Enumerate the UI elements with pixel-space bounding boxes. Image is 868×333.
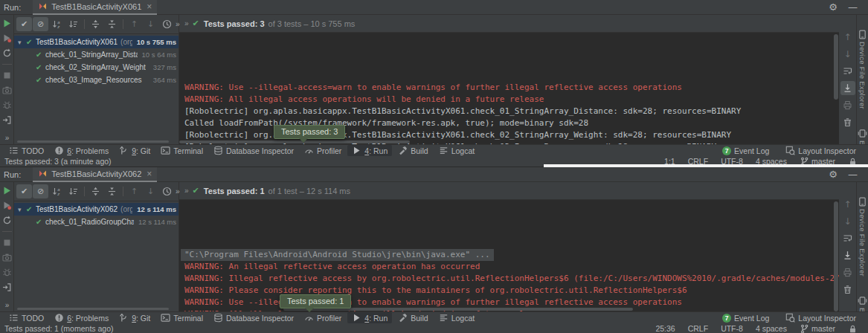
toolwindow-button-profiler[interactable]: Profiler — [300, 145, 346, 156]
test-tree-row[interactable]: ✔check_01_StringArray_Distance10 s 64 ms — [14, 48, 179, 61]
screenshot-button[interactable] — [2, 85, 12, 95]
collapse-all-button[interactable] — [104, 17, 120, 31]
toolwindow-button-logcat[interactable]: Logcat — [434, 145, 480, 156]
scroll-down-button[interactable]: ↓ — [840, 214, 855, 228]
rerun-failed-tests-button[interactable] — [2, 33, 12, 43]
tree-horizontal-scrollbar[interactable] — [17, 308, 169, 310]
toolwindow-button-git[interactable]: 9: Git — [115, 312, 155, 323]
more-toolbar-icon[interactable]: » — [176, 20, 179, 28]
status-segment-utf-8[interactable]: UTF-8 — [721, 324, 743, 333]
jump-to-source-button[interactable] — [2, 115, 12, 125]
print-button[interactable] — [840, 98, 855, 112]
stop-button[interactable] — [2, 238, 12, 248]
test-history-button[interactable] — [159, 17, 175, 31]
chevrons-icon[interactable]: » — [184, 19, 188, 28]
test-tree-root-row[interactable]: ▾✔TestB1BasicActivityX061(org.aplas.t10 … — [14, 36, 179, 48]
toolwindow-button-todo[interactable]: TODO — [4, 312, 48, 323]
test-tree-row[interactable]: ✔check_01_RadioGroupChange12 s 114 ms — [14, 216, 179, 228]
more-toolbar-icon[interactable]: » — [176, 187, 179, 195]
toolwindow-button-build[interactable]: Build — [393, 145, 432, 156]
toggle-auto-test-button[interactable] — [2, 216, 12, 225]
toolwindow-button-build[interactable]: Build — [393, 312, 432, 323]
profile-tests-button[interactable] — [2, 268, 12, 277]
sort-by-duration-button[interactable] — [65, 184, 81, 198]
collapse-all-button[interactable] — [104, 184, 120, 198]
settings-gear-icon[interactable]: ⚙ — [829, 169, 838, 180]
toolwindow-button-database-inspector[interactable]: Database Inspector — [209, 145, 298, 156]
rerun-tests-button[interactable] — [2, 186, 12, 195]
sort-by-duration-button[interactable] — [65, 17, 81, 31]
clear-all-button[interactable] — [840, 115, 855, 129]
stop-button[interactable] — [2, 71, 12, 80]
toolwindow-button-git[interactable]: 9: Git — [115, 145, 155, 156]
stripe-button-device-file-explorer[interactable]: Device File Explorer — [858, 30, 867, 109]
clear-all-button[interactable] — [840, 282, 855, 297]
sort-alphabetically-button[interactable]: az — [49, 184, 65, 198]
toolwindow-button-problems[interactable]: 6: Problems — [50, 145, 113, 156]
toggle-auto-test-button[interactable] — [2, 48, 12, 58]
next-occurrence-button[interactable]: ↓ — [143, 17, 158, 31]
rerun-tests-button[interactable] — [2, 19, 12, 28]
status-segment-crlf[interactable]: CRLF — [688, 324, 708, 333]
console-vertical-scrollbar[interactable] — [834, 201, 838, 311]
scroll-to-end-button[interactable] — [840, 81, 855, 95]
test-tree-row[interactable]: ✔check_03_Image_Resources364 ms — [14, 74, 179, 86]
jump-to-source-button[interactable] — [2, 282, 12, 292]
tree-horizontal-scrollbar[interactable] — [17, 140, 169, 143]
expand-all-button[interactable] — [88, 17, 103, 31]
console-horizontal-scrollbar[interactable] — [179, 140, 410, 143]
scroll-down-button[interactable]: ↓ — [840, 47, 855, 61]
test-tree-row[interactable]: ✔check_02_StringArray_Weight327 ms — [14, 61, 179, 74]
expand-all-button[interactable] — [88, 184, 103, 198]
previous-occurrence-button[interactable]: ↑ — [126, 17, 142, 31]
layout-inspector-button[interactable]: Layout Inspector — [781, 312, 861, 323]
event-log-button[interactable]: 7 Event Log — [718, 146, 774, 156]
lock-icon[interactable] — [848, 324, 858, 333]
show-ignored-toggle[interactable]: ⊘ — [33, 17, 48, 31]
previous-occurrence-button[interactable]: ↑ — [126, 184, 142, 198]
sort-alphabetically-button[interactable]: az — [49, 17, 65, 31]
run-tab[interactable]: TestB1BasicActivityX062 × — [33, 167, 157, 182]
more-options-icon[interactable]: » — [5, 301, 9, 309]
toolwindow-button-terminal[interactable]: Terminal — [156, 312, 208, 323]
close-tab-icon[interactable]: × — [147, 169, 152, 178]
show-ignored-toggle[interactable]: ⊘ — [33, 184, 48, 198]
expand-chevron-icon[interactable]: ▾ — [18, 39, 26, 46]
event-log-button[interactable]: 7 Event Log — [718, 313, 774, 323]
hide-window-icon[interactable]: — — [848, 1, 858, 13]
toolwindow-button-run[interactable]: 4: Run — [347, 145, 392, 156]
caret-position[interactable]: 25:36 — [655, 324, 675, 333]
scroll-up-button[interactable]: ↑ — [840, 30, 855, 44]
stripe-button-device-file-explorer[interactable]: Device File Explorer — [858, 197, 867, 277]
toolwindow-button-database-inspector[interactable]: Database Inspector — [209, 312, 298, 323]
next-occurrence-button[interactable]: ↓ — [143, 184, 158, 198]
hide-window-icon[interactable]: — — [848, 169, 858, 180]
rerun-failed-tests-button[interactable] — [2, 201, 12, 210]
console-vertical-scrollbar[interactable] — [834, 34, 838, 100]
git-branch-indicator[interactable]: master — [800, 324, 835, 333]
soft-wrap-button[interactable] — [840, 64, 855, 78]
soft-wrap-button[interactable] — [840, 231, 855, 245]
toolwindow-button-problems[interactable]: 6: Problems — [50, 312, 113, 323]
close-tab-icon[interactable]: × — [147, 2, 152, 11]
expand-chevron-icon[interactable]: ▾ — [18, 206, 26, 213]
console-output[interactable]: "C:\Program Files\Android\Android Studio… — [179, 200, 839, 311]
show-passed-toggle[interactable]: ✔ — [16, 184, 32, 198]
profile-tests-button[interactable] — [2, 100, 12, 110]
more-options-icon[interactable]: » — [5, 134, 9, 142]
toolwindow-button-run[interactable]: 4: Run — [347, 312, 392, 323]
screenshot-button[interactable] — [2, 253, 12, 262]
toolwindow-button-todo[interactable]: TODO — [4, 145, 48, 156]
status-segment-4-spaces[interactable]: 4 spaces — [756, 324, 787, 333]
print-button[interactable] — [840, 265, 855, 279]
toolwindow-button-logcat[interactable]: Logcat — [434, 312, 480, 323]
chevrons-icon[interactable]: » — [184, 187, 188, 195]
scroll-up-button[interactable]: ↑ — [840, 197, 855, 211]
scroll-to-end-button[interactable] — [840, 248, 855, 262]
layout-inspector-button[interactable]: Layout Inspector — [781, 145, 861, 156]
run-tab[interactable]: TestB1BasicActivityX061 × — [33, 0, 157, 15]
toolwindow-button-profiler[interactable]: Profiler — [300, 312, 346, 323]
settings-gear-icon[interactable]: ⚙ — [829, 1, 838, 13]
test-history-button[interactable] — [159, 184, 175, 198]
toolwindow-button-terminal[interactable]: Terminal — [156, 145, 208, 156]
